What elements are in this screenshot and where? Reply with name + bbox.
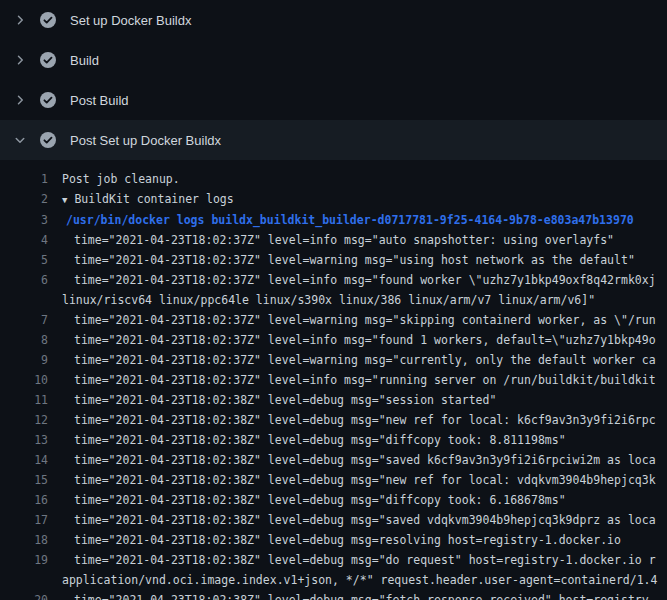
log-line-content: time="2021-04-23T18:02:38Z" level=debug … xyxy=(74,393,496,407)
log-line: 11 ▼time="2021-04-23T18:02:38Z" level=de… xyxy=(0,390,667,410)
log-output: 1 ▼Post job cleanup. 2 ▼BuildKit contain… xyxy=(0,160,667,600)
log-line: 4 ▼time="2021-04-23T18:02:37Z" level=inf… xyxy=(0,230,667,250)
step-section-list: Set up Docker Buildx Build P xyxy=(0,0,667,160)
log-line-text: ▼/usr/bin/docker logs buildx_buildkit_bu… xyxy=(48,210,634,230)
log-line: ▼linux/riscv64 linux/ppc64le linux/s390x… xyxy=(0,290,667,310)
check-circle-icon xyxy=(40,52,56,68)
log-line: 18 ▼time="2021-04-23T18:02:38Z" level=de… xyxy=(0,530,667,550)
log-line-number[interactable]: 16 xyxy=(0,490,48,510)
log-line-number[interactable]: 2 xyxy=(0,189,48,210)
log-line-number[interactable]: 18 xyxy=(0,530,48,550)
log-line-number[interactable] xyxy=(0,290,48,310)
log-line: 13 ▼time="2021-04-23T18:02:38Z" level=de… xyxy=(0,430,667,450)
log-line-number[interactable]: 3 xyxy=(0,210,48,230)
step-section-header[interactable]: Post Build xyxy=(0,80,667,120)
log-line-content: time="2021-04-23T18:02:37Z" level=info m… xyxy=(74,333,656,347)
log-line-text: ▼time="2021-04-23T18:02:37Z" level=warni… xyxy=(48,350,656,370)
log-line-content: time="2021-04-23T18:02:37Z" level=info m… xyxy=(74,233,614,247)
log-line-content: time="2021-04-23T18:02:37Z" level=info m… xyxy=(74,273,656,287)
log-line: 14 ▼time="2021-04-23T18:02:38Z" level=de… xyxy=(0,450,667,470)
log-line-content: Post job cleanup. xyxy=(62,172,180,186)
chevron-right-icon xyxy=(12,12,28,28)
log-line-content: application/vnd.oci.image.index.v1+json,… xyxy=(62,573,657,587)
log-line: 5 ▼time="2021-04-23T18:02:37Z" level=war… xyxy=(0,250,667,270)
log-line-text: ▼time="2021-04-23T18:02:38Z" level=debug… xyxy=(48,430,566,450)
group-toggle-icon[interactable]: ▼ xyxy=(62,195,67,205)
log-line-number[interactable]: 5 xyxy=(0,250,48,270)
log-line-content: time="2021-04-23T18:02:38Z" level=debug … xyxy=(74,453,656,467)
log-line-text: ▼time="2021-04-23T18:02:38Z" level=debug… xyxy=(48,550,656,570)
log-line-number[interactable]: 19 xyxy=(0,550,48,570)
log-line-content: /usr/bin/docker logs buildx_buildkit_bui… xyxy=(66,213,634,227)
log-line-content: time="2021-04-23T18:02:38Z" level=debug … xyxy=(74,593,649,600)
log-line-number[interactable]: 13 xyxy=(0,430,48,450)
log-line-number[interactable]: 1 xyxy=(0,169,48,189)
log-line-number[interactable]: 17 xyxy=(0,510,48,530)
log-line: ▼application/vnd.oci.image.index.v1+json… xyxy=(0,570,667,590)
log-line: 10 ▼time="2021-04-23T18:02:37Z" level=in… xyxy=(0,370,667,390)
log-line-content: time="2021-04-23T18:02:37Z" level=warnin… xyxy=(74,353,656,367)
log-line-text: ▼time="2021-04-23T18:02:37Z" level=warni… xyxy=(48,250,635,270)
log-line-text: ▼time="2021-04-23T18:02:37Z" level=info … xyxy=(48,330,656,350)
chevron-right-icon xyxy=(12,92,28,108)
log-line: 17 ▼time="2021-04-23T18:02:38Z" level=de… xyxy=(0,510,667,530)
log-line-number[interactable]: 6 xyxy=(0,270,48,290)
check-circle-icon xyxy=(40,132,56,148)
log-line-number[interactable]: 7 xyxy=(0,310,48,330)
log-line: 6 ▼time="2021-04-23T18:02:37Z" level=inf… xyxy=(0,270,667,290)
log-line-text: ▼time="2021-04-23T18:02:38Z" level=debug… xyxy=(48,450,656,470)
log-line: 7 ▼time="2021-04-23T18:02:37Z" level=war… xyxy=(0,310,667,330)
log-line-text: ▼linux/riscv64 linux/ppc64le linux/s390x… xyxy=(48,290,595,310)
log-line-content: time="2021-04-23T18:02:38Z" level=debug … xyxy=(74,513,656,527)
log-line-number[interactable]: 8 xyxy=(0,330,48,350)
log-line-content: time="2021-04-23T18:02:38Z" level=debug … xyxy=(74,533,621,547)
log-line: 2 ▼BuildKit container logs xyxy=(0,189,667,210)
log-line: 12 ▼time="2021-04-23T18:02:38Z" level=de… xyxy=(0,410,667,430)
log-line-number[interactable] xyxy=(0,570,48,590)
log-line-text: ▼application/vnd.oci.image.index.v1+json… xyxy=(48,570,657,590)
log-line-content: BuildKit container logs xyxy=(74,192,233,206)
log-line-content: time="2021-04-23T18:02:37Z" level=warnin… xyxy=(74,313,656,327)
check-circle-icon xyxy=(40,12,56,28)
step-section-header[interactable]: Set up Docker Buildx xyxy=(0,0,667,40)
log-line: 15 ▼time="2021-04-23T18:02:38Z" level=de… xyxy=(0,470,667,490)
chevron-down-icon xyxy=(12,132,28,148)
log-line-number[interactable]: 10 xyxy=(0,370,48,390)
log-line-content: time="2021-04-23T18:02:37Z" level=info m… xyxy=(74,373,656,387)
log-line-content: time="2021-04-23T18:02:38Z" level=debug … xyxy=(74,433,566,447)
step-section-title: Set up Docker Buildx xyxy=(70,13,191,28)
log-line: 9 ▼time="2021-04-23T18:02:37Z" level=war… xyxy=(0,350,667,370)
log-line-content: time="2021-04-23T18:02:38Z" level=debug … xyxy=(74,413,656,427)
chevron-right-icon xyxy=(12,52,28,68)
log-line-text: ▼time="2021-04-23T18:02:37Z" level=warni… xyxy=(48,310,656,330)
log-line-number[interactable]: 4 xyxy=(0,230,48,250)
log-line: 16 ▼time="2021-04-23T18:02:38Z" level=de… xyxy=(0,490,667,510)
log-line: 3 ▼/usr/bin/docker logs buildx_buildkit_… xyxy=(0,210,667,230)
check-circle-icon xyxy=(40,92,56,108)
log-line: 20 ▼time="2021-04-23T18:02:38Z" level=de… xyxy=(0,590,667,600)
log-line-number[interactable]: 15 xyxy=(0,470,48,490)
log-line-text: ▼BuildKit container logs xyxy=(48,189,234,210)
log-line: 1 ▼Post job cleanup. xyxy=(0,169,667,189)
log-line-text: ▼time="2021-04-23T18:02:37Z" level=info … xyxy=(48,270,656,290)
log-line-number[interactable]: 14 xyxy=(0,450,48,470)
log-line-text: ▼time="2021-04-23T18:02:38Z" level=debug… xyxy=(48,490,566,510)
step-section-header[interactable]: Build xyxy=(0,40,667,80)
log-line-number[interactable]: 20 xyxy=(0,590,48,600)
log-line-number[interactable]: 11 xyxy=(0,390,48,410)
log-line-number[interactable]: 9 xyxy=(0,350,48,370)
log-line: 19 ▼time="2021-04-23T18:02:38Z" level=de… xyxy=(0,550,667,570)
log-line-text: ▼time="2021-04-23T18:02:38Z" level=debug… xyxy=(48,590,649,600)
step-section-header[interactable]: Post Set up Docker Buildx xyxy=(0,120,667,160)
step-section-title: Build xyxy=(70,53,99,68)
log-line-content: linux/riscv64 linux/ppc64le linux/s390x … xyxy=(62,293,595,307)
log-line: 8 ▼time="2021-04-23T18:02:37Z" level=inf… xyxy=(0,330,667,350)
log-line-content: time="2021-04-23T18:02:37Z" level=warnin… xyxy=(74,253,635,267)
log-line-text: ▼time="2021-04-23T18:02:38Z" level=debug… xyxy=(48,510,656,530)
log-line-content: time="2021-04-23T18:02:38Z" level=debug … xyxy=(74,473,656,487)
actions-log-viewer: Set up Docker Buildx Build P xyxy=(0,0,667,600)
log-line-text: ▼time="2021-04-23T18:02:38Z" level=debug… xyxy=(48,390,496,410)
log-line-number[interactable]: 12 xyxy=(0,410,48,430)
step-section-title: Post Set up Docker Buildx xyxy=(70,133,221,148)
log-line-text: ▼time="2021-04-23T18:02:37Z" level=info … xyxy=(48,230,614,250)
